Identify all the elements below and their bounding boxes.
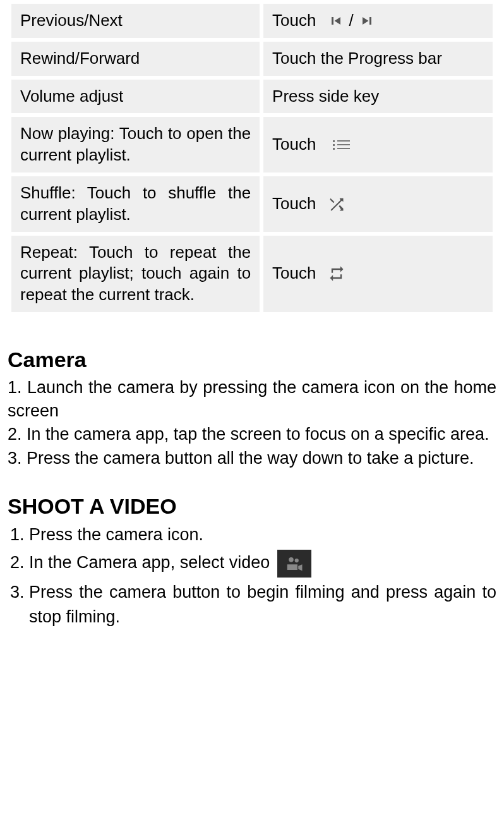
control-action: Touch — [263, 117, 493, 172]
table-row: Now playing: Touch to open the current p… — [11, 117, 493, 172]
shuffle-icon — [328, 195, 345, 213]
svg-point-1 — [294, 559, 298, 562]
list-item: Press the camera icon. — [29, 523, 496, 547]
skip-next-icon — [360, 13, 375, 28]
table-row: Repeat: Touch to repeat the current play… — [11, 236, 493, 312]
control-label: Rewind/Forward — [11, 42, 260, 76]
control-label: Shuffle: Touch to shuffle the current pl… — [11, 176, 260, 232]
action-prefix: Touch — [272, 134, 316, 155]
table-row: Volume adjust Press side key — [11, 80, 493, 114]
playlist-icon — [333, 140, 350, 150]
control-label: Repeat: Touch to repeat the current play… — [11, 236, 260, 312]
action-prefix: Touch — [272, 263, 316, 284]
control-label: Volume adjust — [11, 80, 260, 114]
control-action: Press side key — [263, 80, 493, 114]
separator-slash: / — [349, 10, 354, 32]
repeat-icon — [328, 265, 345, 282]
control-label: Previous/Next — [11, 4, 260, 38]
control-action: Touch the Progress bar — [263, 42, 493, 76]
list-item: Press the camera button to begin filming… — [29, 580, 496, 629]
camera-step: 3. Press the camera button all the way d… — [8, 447, 496, 470]
table-row: Shuffle: Touch to shuffle the current pl… — [11, 176, 493, 232]
shoot-video-heading: SHOOT A VIDEO — [8, 494, 496, 519]
table-row: Rewind/Forward Touch the Progress bar — [11, 42, 493, 76]
video-step2-text: In the Camera app, select video — [29, 553, 270, 572]
camera-step: 1. Launch the camera by pressing the cam… — [8, 376, 496, 423]
action-prefix: Touch — [272, 193, 316, 215]
video-steps-list: Press the camera icon. In the Camera app… — [8, 523, 496, 629]
control-action: Touch — [263, 236, 493, 312]
svg-point-0 — [289, 557, 294, 562]
control-label: Now playing: Touch to open the current p… — [11, 117, 260, 172]
control-action: Touch / — [263, 4, 493, 38]
video-camera-icon — [277, 550, 311, 578]
list-item: In the Camera app, select video — [29, 550, 496, 578]
camera-heading: Camera — [8, 348, 496, 372]
controls-table: Previous/Next Touch / Rewind/Forward Tou… — [8, 0, 496, 316]
table-row: Previous/Next Touch / — [11, 4, 493, 38]
control-action: Touch — [263, 176, 493, 232]
action-prefix: Touch — [272, 10, 316, 32]
camera-step: 2. In the camera app, tap the screen to … — [8, 423, 496, 446]
skip-previous-icon — [328, 13, 343, 28]
